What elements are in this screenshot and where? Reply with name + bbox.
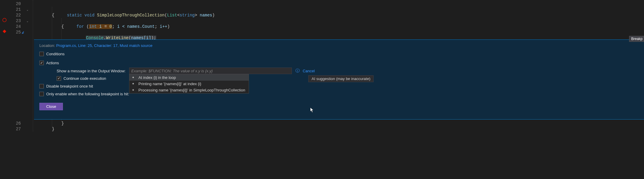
line-number: 27 [16, 126, 21, 132]
breakpoint-flyout-tab[interactable]: Breakp [629, 36, 644, 42]
only-enable-when-label: Only enable when the following breakpoin… [46, 92, 129, 96]
actions-checkbox[interactable] [39, 61, 44, 65]
close-button[interactable]: Close [39, 103, 63, 110]
line-number: 20 [16, 1, 21, 7]
breakpoint-gutter[interactable] [0, 0, 9, 179]
code-line[interactable]: } [61, 121, 64, 126]
continue-execution-label: Continue code execution [64, 76, 106, 81]
code-line[interactable]: static void SimpleLoopThroughCollection(… [52, 7, 215, 13]
ai-suggestion-badge: AI suggestion (may be inaccurate) [308, 75, 374, 82]
code-line[interactable]: { [52, 13, 54, 18]
conditions-checkbox[interactable] [39, 52, 44, 56]
cancel-link[interactable]: Cancel [303, 69, 315, 73]
ai-suggestion-popup: ✦ At index {i} in the loop ✦ Printing na… [129, 74, 249, 94]
code-line[interactable]: Console.WriteLine(names[i]); [71, 30, 156, 35]
only-enable-when-checkbox[interactable] [39, 92, 44, 96]
info-icon[interactable]: ⓘ [295, 68, 300, 74]
breakpoint-marker-unverified[interactable] [2, 18, 7, 22]
svg-marker-1 [3, 30, 6, 33]
suggestion-item[interactable]: ✦ Processing name '{names[i]}' in Simple… [129, 87, 249, 93]
line-number: 22 [16, 13, 21, 18]
breakpoint-marker-active[interactable] [2, 29, 7, 33]
suggestion-item[interactable]: ✦ At index {i} in the loop [129, 74, 249, 81]
actions-label: Actions [46, 61, 59, 65]
breakpoint-location-link[interactable]: Program.cs, Line: 25, Character: 17, Mus… [56, 43, 152, 48]
sparkle-icon: ✦ [132, 82, 136, 86]
line-number: 25 [16, 30, 21, 35]
disable-once-hit-checkbox[interactable] [39, 84, 44, 88]
line-number: 24 [16, 24, 21, 30]
sparkle-icon: ✦ [132, 76, 136, 79]
code-line[interactable]: } [52, 126, 54, 132]
conditions-label: Conditions [46, 52, 64, 56]
line-number: 23 [16, 18, 21, 24]
fold-gutter[interactable]: ⌄ ⌄ [24, 0, 33, 179]
continue-execution-checkbox[interactable] [57, 76, 61, 81]
code-line[interactable]: for (int i = 0; i < names.Count; i++) [61, 18, 170, 24]
fold-chevron-icon[interactable]: ⌄ [26, 7, 29, 13]
show-message-label: Show a message in the Output Window: [57, 69, 126, 73]
code-line[interactable]: { [61, 24, 64, 30]
line-number: 26 [16, 121, 21, 126]
tracepoint-message-input[interactable] [129, 68, 292, 74]
disable-once-hit-label: Disable breakpoint once hit [46, 84, 93, 88]
sparkle-icon: ✦ [132, 88, 136, 92]
mouse-cursor-icon [310, 107, 314, 114]
line-number-gutter: 20 21 22 23 24 25 26 27 [9, 0, 24, 179]
breakpoint-settings-panel: Location: Program.cs, Line: 25, Characte… [34, 39, 644, 120]
fold-chevron-icon[interactable]: ⌄ [26, 18, 29, 24]
suggestion-item[interactable]: ✦ Printing name '{names[i]}' at index {i… [129, 81, 249, 87]
breakpoint-location: Location: Program.cs, Line: 25, Characte… [39, 43, 639, 48]
svg-point-0 [3, 18, 6, 22]
line-number: 21 [16, 7, 21, 13]
